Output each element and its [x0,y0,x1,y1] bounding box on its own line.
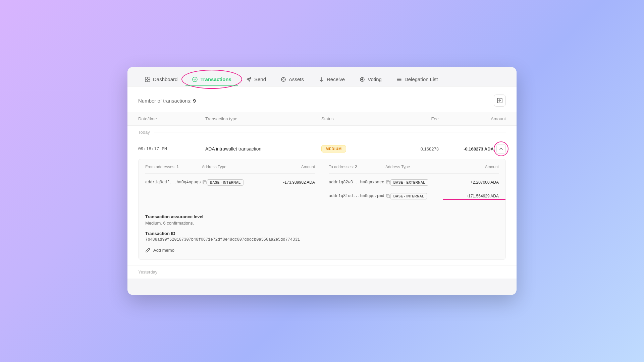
section-yesterday: Yesterday [127,265,517,279]
svg-rect-3 [148,80,150,82]
svg-rect-10 [204,181,206,184]
collapse-button[interactable] [496,144,506,154]
nav-transactions[interactable]: Transactions [185,72,238,86]
transaction-details: From addresses: 1 Address Type Amount ad… [138,159,506,260]
nav-bar: Dashboard Transactions Send [127,67,517,86]
nav-voting-label: Voting [368,76,382,82]
svg-point-8 [361,78,363,80]
delegation-icon [396,77,402,82]
nav-voting[interactable]: Voting [353,72,388,86]
col-status: Status [321,116,388,121]
col-amount: Amount [439,116,506,121]
main-content: Number of transactions: 9 Date/time Tran… [127,86,517,279]
nav-assets-label: Assets [289,76,304,82]
from-address-row: addr1q9cdf...hm0q4npuqs BASE - INTERNAL [145,176,315,188]
table-header: Date/time Transaction type Status Fee Am… [127,112,517,126]
to-col-header: To addresses: 2 Address Type Amount [329,165,499,174]
receive-icon [319,77,324,82]
add-memo-button[interactable]: Add memo [145,247,174,253]
to-address-2: addr1q8lud...hm0qqqzpmd [329,194,390,198]
svg-rect-11 [387,181,390,184]
to-amount-header: Amount [442,165,499,169]
transaction-row: 09:18:17 PM ADA intrawallet transaction … [127,139,517,265]
from-col-header: From addresses: 1 Address Type Amount [145,165,315,174]
transaction-main: 09:18:17 PM ADA intrawallet transaction … [138,144,506,154]
transactions-icon [192,77,198,82]
to-address-badge-1: BASE - EXTERNAL [390,179,445,186]
nav-receive[interactable]: Receive [312,72,352,86]
assets-icon [281,77,286,82]
col-type: Transaction type [205,116,321,121]
tx-id-label: Transaction ID [145,231,499,236]
from-address: addr1q9cdf...hm0q4npuqs [145,180,207,185]
nav-dashboard-label: Dashboard [153,76,177,82]
svg-rect-2 [145,80,147,82]
from-copy-button[interactable] [202,180,207,185]
from-address-amount: -173.939902 ADA [261,180,315,185]
app-window: Dashboard Transactions Send [127,67,517,295]
status-badge-medium: MEDIUM [321,145,346,153]
section-today: Today [127,126,517,139]
tx-status: MEDIUM [321,145,388,153]
nav-send-label: Send [254,76,266,82]
svg-point-5 [281,77,285,81]
col-datetime: Date/time [138,116,205,121]
to-address-amount-1: +2.207000 ADA [444,180,499,185]
from-addresses-col: From addresses: 1 Address Type Amount ad… [139,159,322,207]
tx-fee: 0.168273 [388,146,439,152]
to-copy-button-1[interactable] [386,180,390,185]
from-address-type-header: Address Type [202,165,259,169]
transactions-count: Number of transactions: 9 [138,98,196,104]
to-copy-button-2[interactable] [386,194,390,198]
export-button[interactable] [494,95,506,107]
to-address-badge-2: BASE - INTERNAL [390,193,445,199]
to-address-type-header: Address Type [385,165,442,169]
nav-dashboard[interactable]: Dashboard [138,72,184,86]
tx-id-value: 7b488ad99f520107307b48f0671e72df8e48dc80… [145,237,499,242]
transaction-footer: Transaction assurance level Medium. 6 co… [139,207,505,259]
nav-receive-label: Receive [327,76,345,82]
dashboard-icon [145,77,150,82]
svg-rect-12 [387,195,390,198]
svg-point-6 [283,79,284,80]
from-amount-header: Amount [258,165,315,169]
assurance-label: Transaction assurance level [145,214,499,219]
to-addresses-col: To addresses: 2 Address Type Amount addr… [322,159,505,207]
nav-delegation-label: Delegation List [405,76,438,82]
nav-delegation[interactable]: Delegation List [390,72,444,86]
nav-assets[interactable]: Assets [274,72,311,86]
tx-time: 09:18:17 PM [138,146,205,152]
tx-type: ADA intrawallet transaction [205,146,321,152]
to-addresses-title: To addresses: 2 [329,165,385,169]
voting-icon [360,77,365,82]
to-address-row-2: addr1q8lud...hm0qqqzpmd BASE - INTERNAL [329,190,499,202]
tx-amount: -0.168273 ADA [439,144,506,154]
assurance-value: Medium. 6 confirmations. [145,221,499,226]
to-address-row-1: addr1q82w3...hm0qaxsmec BASE - EXTERNAL [329,176,499,188]
transactions-header: Number of transactions: 9 [127,86,517,112]
nav-send[interactable]: Send [239,72,273,86]
collapse-btn-wrapper [496,144,506,154]
to-address-amount-2: +171.564629 ADA [444,194,499,198]
svg-rect-1 [148,77,150,79]
memo-icon [145,247,151,253]
from-address-badge: BASE - INTERNAL [207,179,261,186]
col-fee: Fee [388,116,439,121]
to-address-1: addr1q82w3...hm0qaxsmec [329,180,390,185]
send-icon [246,77,252,82]
from-addresses-title: From addresses: 1 [145,165,202,169]
svg-rect-0 [145,77,147,79]
add-memo-label: Add memo [153,248,174,253]
details-header: From addresses: 1 Address Type Amount ad… [139,159,505,207]
nav-transactions-label: Transactions [200,76,231,82]
